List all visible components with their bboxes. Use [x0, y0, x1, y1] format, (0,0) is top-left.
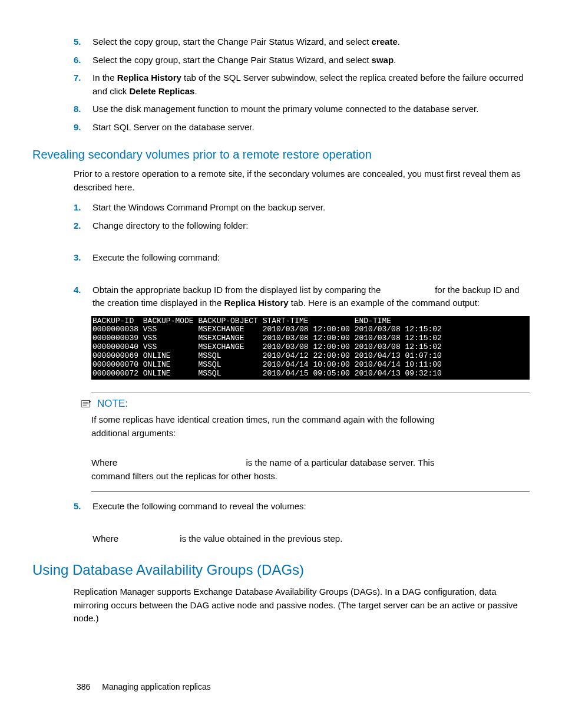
note-paragraph: If some replicas have identical creation… [91, 413, 471, 440]
step-text: Obtain the appropriate backup ID from th… [92, 284, 530, 310]
list-item: 9. Start SQL Server on the database serv… [32, 121, 530, 134]
step-text: Start SQL Server on the database server. [92, 121, 530, 134]
step-text: Execute the following command to reveal … [92, 500, 530, 513]
note-heading: NOTE: [81, 398, 530, 410]
page-body: 5. Select the copy group, start the Chan… [0, 0, 562, 625]
step-text: Select the copy group, start the Change … [92, 35, 530, 49]
list-item: 3. Execute the following command: [32, 251, 530, 265]
step-number: 5. [32, 35, 92, 49]
step-text: Select the copy group, start the Change … [92, 54, 530, 67]
page-footer: 386 Managing application replicas [77, 682, 211, 691]
page-number: 386 [77, 682, 90, 691]
step-text: Start the Windows Command Prompt on the … [92, 201, 530, 215]
list-item: 6. Select the copy group, start the Chan… [32, 54, 530, 67]
ordered-list-bot: 5. Execute the following command to reve… [32, 500, 530, 513]
step-number: 8. [32, 103, 92, 116]
ordered-list-mid: 1. Start the Windows Command Prompt on t… [32, 201, 530, 310]
step-text: In the Replica History tab of the SQL Se… [92, 71, 530, 98]
step-number: 1. [32, 201, 92, 215]
step-text: Use the disk management function to moun… [92, 103, 530, 116]
step-text: Execute the following command: [92, 251, 530, 265]
step-text: Change directory to the following folder… [92, 219, 530, 233]
divider [91, 393, 530, 393]
step-number: 4. [32, 284, 92, 310]
note-paragraph: Where is the name of a particular databa… [91, 456, 471, 483]
list-item: 4. Obtain the appropriate backup ID from… [32, 284, 530, 310]
paragraph: Replication Manager supports Exchange Da… [74, 585, 530, 625]
list-item: 2. Change directory to the following fol… [32, 219, 530, 233]
list-item: 7. In the Replica History tab of the SQL… [32, 71, 530, 98]
step-number: 5. [32, 500, 92, 513]
ordered-list-top: 5. Select the copy group, start the Chan… [32, 35, 530, 134]
heading-dags: Using Database Availability Groups (DAGs… [32, 562, 530, 578]
footer-title: Managing application replicas [102, 682, 210, 691]
note-label: NOTE: [97, 398, 128, 410]
command-output-block: BACKUP-ID BACKUP-MODE BACKUP-OBJECT STAR… [91, 316, 530, 380]
step-number: 3. [32, 251, 92, 265]
step-number: 6. [32, 54, 92, 67]
heading-revealing: Revealing secondary volumes prior to a r… [32, 148, 530, 162]
list-item: 5. Select the copy group, start the Chan… [32, 35, 530, 49]
list-item: 5. Execute the following command to reve… [32, 500, 530, 513]
paragraph: Prior to a restore operation to a remote… [74, 167, 530, 194]
note-icon [81, 399, 92, 409]
step-number: 7. [32, 71, 92, 98]
step-number: 2. [32, 219, 92, 233]
list-item: 1. Start the Windows Command Prompt on t… [32, 201, 530, 215]
list-item: 8. Use the disk management function to m… [32, 103, 530, 116]
divider [91, 491, 530, 492]
step-number: 9. [32, 121, 92, 134]
paragraph: Where is the value obtained in the previ… [92, 532, 530, 546]
